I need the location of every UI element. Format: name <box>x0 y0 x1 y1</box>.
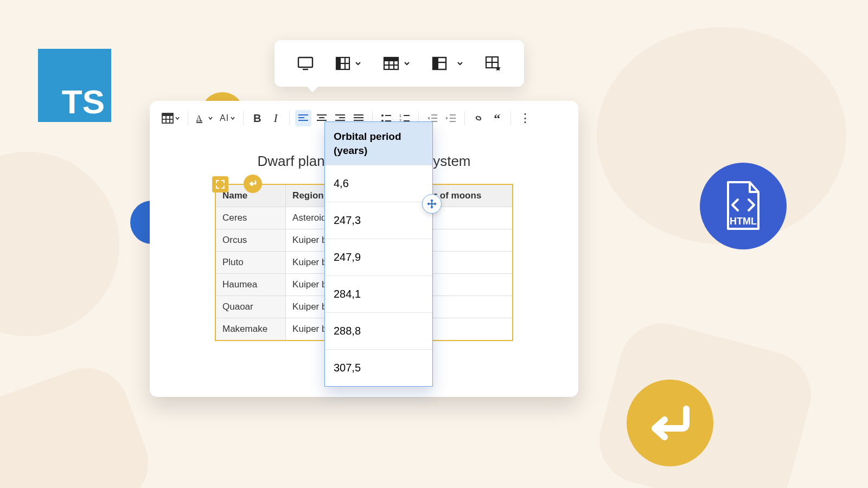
dragged-cell: 247,9 <box>325 239 432 275</box>
move-icon <box>426 198 438 210</box>
blockquote-button[interactable]: “ <box>489 110 505 126</box>
svg-rect-1 <box>298 57 312 67</box>
dragged-column[interactable]: Orbital period (years) 4,6247,3247,9284,… <box>324 121 433 387</box>
indent-button[interactable] <box>443 110 459 126</box>
toolbar-divider <box>510 111 511 125</box>
toolbar-divider <box>289 111 290 125</box>
chevron-down-icon <box>457 60 463 67</box>
dragged-cell: 284,1 <box>325 275 432 312</box>
cell-name[interactable]: Ceres <box>215 207 286 229</box>
svg-text:HTML: HTML <box>730 216 757 227</box>
svg-rect-8 <box>384 57 398 61</box>
dragged-column-header: Orbital period (years) <box>325 122 432 165</box>
typescript-label: TS <box>62 85 105 119</box>
table-layout-button[interactable] <box>432 56 463 70</box>
cell-name[interactable]: Haumea <box>215 274 286 296</box>
table-expand-handle[interactable] <box>212 176 228 192</box>
dragged-cell: 4,6 <box>325 165 432 202</box>
table-star-button[interactable] <box>485 56 501 71</box>
font-style-button[interactable]: A <box>194 110 215 126</box>
italic-button[interactable]: I <box>267 110 284 126</box>
svg-text:1: 1 <box>399 114 401 118</box>
bg-blob <box>0 152 119 336</box>
cell-name[interactable]: Orcus <box>215 229 286 252</box>
table-column-button[interactable] <box>335 56 361 70</box>
chevron-down-icon <box>175 115 180 121</box>
enter-icon <box>247 179 258 189</box>
cell-name[interactable]: Makemake <box>215 318 286 341</box>
table-action-handle[interactable] <box>244 175 262 193</box>
enter-key-badge <box>627 380 713 466</box>
chevron-down-icon <box>208 115 213 121</box>
typescript-badge: TS <box>38 49 111 122</box>
toolbar-divider <box>188 111 188 125</box>
chevron-down-icon <box>355 60 361 67</box>
svg-rect-13 <box>433 57 438 69</box>
move-handle[interactable] <box>422 194 442 214</box>
toolbar-divider <box>243 111 244 125</box>
cell-name[interactable]: Quaoar <box>215 296 286 318</box>
toolbar-divider <box>464 111 465 125</box>
insert-table-button[interactable] <box>159 110 182 126</box>
chevron-down-icon <box>230 115 235 121</box>
table-context-toolbar <box>275 40 524 87</box>
link-button[interactable] <box>470 110 487 126</box>
expand-icon <box>215 179 225 189</box>
chevron-down-icon <box>404 60 410 67</box>
svg-point-38 <box>381 114 384 117</box>
bold-button[interactable]: B <box>249 110 265 126</box>
more-options-button[interactable]: ⋮ <box>516 110 533 126</box>
html-file-icon: HTML <box>722 180 765 232</box>
bg-blob <box>0 356 160 488</box>
dragged-cell: 247,3 <box>325 202 432 239</box>
cell-name[interactable]: Pluto <box>215 252 286 274</box>
enter-icon <box>644 401 696 445</box>
table-row-button[interactable] <box>383 56 410 70</box>
dragged-cell: 307,5 <box>325 349 432 386</box>
ai-assist-button[interactable]: AI <box>218 110 238 126</box>
svg-text:A: A <box>196 114 202 123</box>
screen-button[interactable] <box>297 56 314 70</box>
svg-rect-19 <box>162 113 173 116</box>
html-badge: HTML <box>700 163 787 249</box>
dragged-cell: 288,8 <box>325 312 432 349</box>
align-left-button[interactable] <box>295 110 311 126</box>
